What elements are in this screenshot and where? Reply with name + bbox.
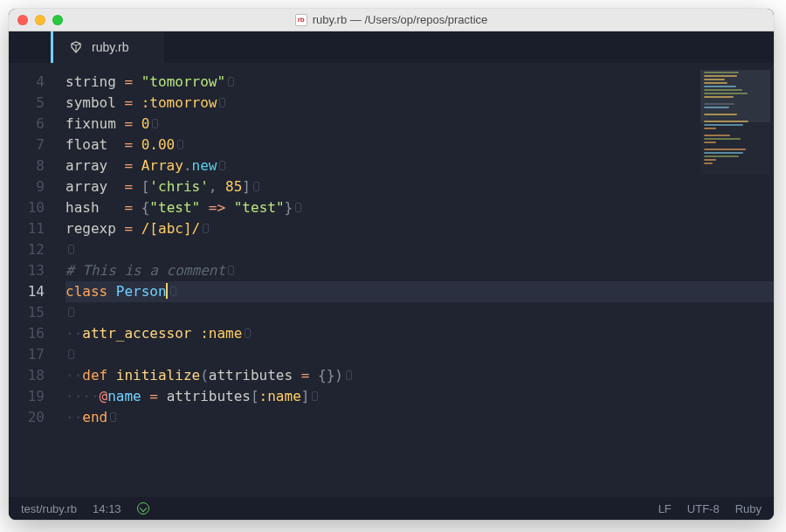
tab-ruby-rb[interactable]: ruby.rb	[51, 31, 164, 63]
code-line: string = "tomorrow"	[66, 72, 774, 93]
newline-indicator-icon	[203, 224, 209, 233]
line-number: 6	[9, 114, 45, 135]
code-line: array = Array.new	[66, 155, 774, 176]
newline-indicator-icon	[253, 182, 259, 191]
line-number: 8	[9, 155, 45, 176]
minimize-icon[interactable]	[35, 15, 45, 25]
close-icon[interactable]	[17, 15, 28, 25]
status-eol[interactable]: LF	[658, 502, 672, 515]
line-number: 17	[9, 344, 45, 365]
window-title: rb ruby.rb — /Users/op/repos/practice	[9, 13, 774, 26]
ruby-file-icon: rb	[295, 14, 307, 26]
code-line: ····@name = attributes[:name]	[66, 386, 774, 407]
code-line: hash = {"test" => "test"}	[66, 197, 774, 218]
line-number: 19	[9, 386, 45, 407]
git-branch-icon[interactable]	[137, 502, 149, 515]
code-line: ··end	[66, 407, 774, 428]
line-number: 11	[9, 218, 45, 239]
line-number: 12	[9, 239, 45, 260]
editor-area[interactable]: 4567891011121314151617181920 string = "t…	[9, 63, 774, 497]
newline-indicator-icon	[170, 287, 176, 296]
code-line: array = ['chris', 85]	[66, 176, 774, 197]
titlebar: rb ruby.rb — /Users/op/repos/practice	[9, 9, 774, 31]
newline-indicator-icon	[68, 307, 74, 317]
code-line	[66, 239, 774, 260]
traffic-lights	[17, 15, 63, 25]
line-number: 20	[9, 407, 45, 428]
newline-indicator-icon	[295, 203, 301, 212]
newline-indicator-icon	[228, 266, 234, 275]
editor-window: rb ruby.rb — /Users/op/repos/practice ru…	[9, 9, 774, 520]
line-number: 13	[9, 260, 45, 281]
newline-indicator-icon	[219, 161, 225, 170]
tab-label: ruby.rb	[92, 40, 129, 54]
line-number: 5	[9, 93, 45, 114]
text-cursor-icon	[166, 283, 168, 299]
line-number-gutter: 4567891011121314151617181920	[9, 63, 57, 497]
line-number: 10	[9, 197, 45, 218]
code-line: float = 0.00	[66, 135, 774, 155]
window-title-file: ruby.rb	[313, 13, 348, 26]
line-number: 4	[9, 72, 45, 93]
status-bar: test/ruby.rb 14:13 LF UTF-8 Ruby	[9, 497, 774, 520]
code-line: regexp = /[abc]/	[66, 218, 774, 239]
status-language[interactable]: Ruby	[735, 502, 762, 515]
tab-bar: ruby.rb	[9, 31, 774, 63]
maximize-icon[interactable]	[52, 15, 63, 25]
window-title-path: /Users/op/repos/practice	[364, 13, 487, 26]
code-area[interactable]: string = "tomorrow" symbol = :tomorrow f…	[57, 63, 774, 497]
newline-indicator-icon	[346, 370, 352, 380]
code-line	[66, 302, 774, 323]
newline-indicator-icon	[245, 328, 251, 338]
newline-indicator-icon	[68, 245, 74, 254]
line-number: 14	[9, 281, 45, 302]
newline-indicator-icon	[152, 119, 158, 128]
code-line: # This is a comment	[66, 260, 774, 281]
newline-indicator-icon	[312, 391, 318, 401]
code-line: fixnum = 0	[66, 114, 774, 135]
code-line: symbol = :tomorrow	[66, 93, 774, 114]
code-line: ··attr_accessor :name	[66, 323, 774, 344]
status-encoding[interactable]: UTF-8	[687, 502, 720, 515]
minimap[interactable]	[700, 70, 770, 175]
code-line-current: class Person	[66, 281, 774, 302]
status-cursor-pos[interactable]: 14:13	[93, 502, 121, 515]
line-number: 18	[9, 365, 45, 386]
newline-indicator-icon	[228, 77, 234, 86]
newline-indicator-icon	[177, 140, 183, 149]
window-title-sep: —	[347, 13, 364, 26]
status-filepath[interactable]: test/ruby.rb	[21, 502, 77, 515]
newline-indicator-icon	[110, 412, 116, 422]
line-number: 9	[9, 176, 45, 197]
line-number: 7	[9, 135, 45, 155]
newline-indicator-icon	[68, 349, 74, 359]
line-number: 16	[9, 323, 45, 344]
tab-bar-spacer	[9, 31, 51, 63]
ruby-gem-icon	[69, 40, 83, 54]
minimap-viewport[interactable]	[700, 70, 770, 122]
newline-indicator-icon	[219, 98, 225, 107]
code-line	[66, 344, 774, 365]
code-line: ··def initialize(attributes = {})	[66, 365, 774, 386]
line-number: 15	[9, 302, 45, 323]
